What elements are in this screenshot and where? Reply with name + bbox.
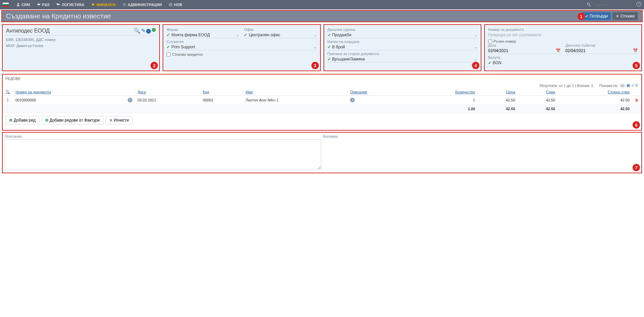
clear-button[interactable]: Изчисти [105,116,133,125]
note-textarea[interactable] [323,139,640,170]
add-from-invoices-button[interactable]: Добави редове от Фактури [41,116,103,125]
client-name-row: Антиподес ЕООД 🔍 ✎ i ⊕ [6,28,156,34]
confirm-button[interactable]: Потвърди [582,12,611,20]
help-icon[interactable]: ? [636,2,641,8]
showby-label: Покажи по: [599,84,618,88]
plus-icon [9,119,12,122]
checkbox-label: Ръчен номер [493,39,516,43]
nav-new[interactable]: НОВ [165,0,185,9]
add-client-icon[interactable]: ⊕ [152,28,156,34]
annotation-3: 3 [311,62,319,69]
svg-text:?: ? [638,2,640,6]
rows-title: РЕДОВЕ [3,75,641,83]
desc-textarea[interactable] [5,139,321,170]
search-client-icon[interactable]: 🔍 [134,28,140,34]
check-icon: ✓ [167,45,170,49]
col-date[interactable]: Дата [135,88,201,96]
col-desc[interactable]: Описание [347,88,409,96]
tax-event-field[interactable] [565,48,633,53]
annotation-1: 1 [577,13,585,20]
employee-value: Prim Support [171,45,195,49]
reason-value: Връщане/Замяна [332,57,365,61]
stock-credit-checkbox[interactable]: Стоково кредитно [167,52,316,56]
search-input[interactable] [593,3,634,7]
reason-select[interactable]: ✓ Връщане/Замяна ⌄ [328,56,477,62]
payment-select[interactable]: ✓ В брой ⌄ [328,44,477,50]
row-qty: 1 [409,96,478,105]
total-price: 42.50 [478,105,518,113]
close-icon [109,119,113,122]
col-storno[interactable]: Сторно сума [558,88,632,96]
table-row[interactable]: 1 0010000005 i 03.02.2021 00001 Лаптоп A… [3,96,641,105]
close-icon [616,14,619,18]
grid-icon[interactable]: ▦ [627,83,630,88]
calendar-icon[interactable]: 📅 [633,48,638,53]
col-qty[interactable]: Количество [409,88,478,96]
col-code[interactable]: Код [200,88,243,96]
total-sum: 42.50 [518,105,558,113]
row-docnum: 0010000005 [13,96,125,105]
col-name[interactable]: Име [243,88,348,96]
nav-finance[interactable]: ФИНАНСИ [88,0,119,9]
col-price[interactable]: Цена [478,88,518,96]
col-docnum[interactable]: Номер на документа [13,88,125,96]
client-eik: ЕИК: 130168396, ДДС номер: [6,38,156,42]
desc-label: Описание [5,134,22,138]
cart-icon [37,3,41,7]
cancel-button[interactable]: Откажи [612,12,638,20]
expand-icon[interactable]: ⤢ [631,83,634,88]
nav-logistics[interactable]: ЛОГИСТИКА [53,0,88,9]
check-icon: ✓ [488,60,491,65]
trash-icon[interactable]: 🗑 [635,98,639,102]
gear-icon [122,3,126,7]
info-icon[interactable]: i [350,98,355,102]
info-icon[interactable]: i [128,98,132,102]
firm-select[interactable]: ✓ Моята фирма ЕООД ⌄ [167,32,239,38]
manual-number-checkbox[interactable]: Ръчен номер [488,39,638,43]
date-input[interactable]: 📅 [488,48,561,54]
stock-credit-input[interactable] [167,52,171,56]
edit-client-icon[interactable]: ✎ [141,28,145,34]
page-header: Създаване на Кредитно известие 1 Потвърд… [1,10,643,22]
people-icon [16,3,20,7]
date-field[interactable] [488,48,556,53]
nav-admin[interactable]: АДМИНИСТРАЦИЯ [119,0,165,9]
totals-row: 1.00 42.50 42.50 42.50 [3,105,641,113]
total-storno: 42.50 [558,105,632,113]
nav-ps[interactable]: P&S [33,0,53,9]
row-sum: 42.50 [518,96,558,105]
payment-label: Начин на плащане [328,40,477,44]
office-select[interactable]: ✓ Централен офис ⌄ [244,32,316,38]
rows-section: РЕДОВЕ Резултати: от 1 до 1 | Всички: 1 … [2,74,642,131]
search-column-icon[interactable]: 🔍 [3,88,13,96]
currency-select[interactable]: ✓ BGN [488,60,638,66]
employee-select[interactable]: ✓ Prim Support ⌄ [167,44,316,50]
info-client-icon[interactable]: i [146,28,151,34]
nav-label: ЛОГИСТИКА [62,3,84,7]
results-text: Резултати: от 1 до 1 | Всички: 1 [540,84,593,88]
button-label: Откажи [620,14,635,18]
calendar-icon[interactable]: 📅 [556,48,561,53]
chevron-down-icon: ⌄ [474,45,477,49]
note-label: Бележка [323,134,338,138]
tax-event-input[interactable]: 📅 [565,48,638,54]
export-icon[interactable]: ⎘ [636,83,638,88]
button-label: Потвърди [590,14,608,18]
svg-point-3 [587,3,590,5]
svg-point-1 [124,4,125,5]
annotation-6: 6 [633,121,640,129]
col-sum[interactable]: Сума [518,88,558,96]
chevron-down-icon: ⌄ [313,33,317,37]
manual-number-input[interactable] [488,39,492,43]
nav-search[interactable] [587,2,634,7]
showby-value[interactable]: 50 [620,84,625,88]
annotation-5: 5 [633,62,640,69]
plus-icon [45,119,48,122]
payment-value: В брой [332,45,345,49]
nav-label: P&S [42,3,50,7]
office-value: Централен офис [249,33,280,37]
nav-crm[interactable]: CRM [13,0,33,9]
add-row-button[interactable]: Добави ред [5,116,39,125]
coins-icon [91,3,95,7]
tax-deal-select[interactable]: ✓ Продажби ⌄ [328,32,477,38]
